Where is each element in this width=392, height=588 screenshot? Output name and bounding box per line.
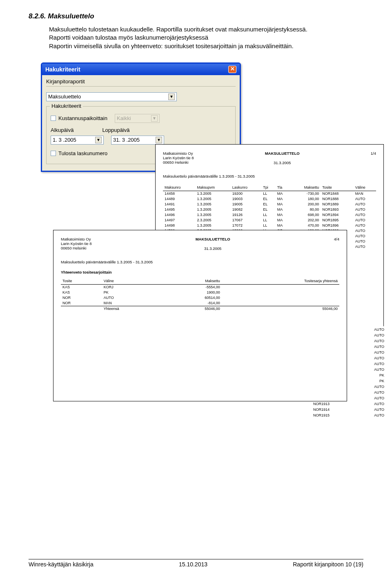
report-page-4: Matkatoimisto Oy Larin Kyöstin tie 8 006… xyxy=(53,230,347,401)
chevron-down-icon[interactable]: ▼ xyxy=(156,137,162,143)
start-date-label: Alkupäivä xyxy=(51,127,74,133)
end-date-label: Loppupäivä xyxy=(102,127,129,133)
cost-centers-checkbox[interactable]: Kustannuspaikoittain xyxy=(51,115,107,121)
chevron-down-icon[interactable]: ▼ xyxy=(168,94,175,100)
screenshot-area: Hakukriteerit ✕ Kirjanpitoraportit Maksu… xyxy=(41,62,363,463)
chevron-down-icon: ▼ xyxy=(151,115,158,122)
page-footer: Winres-käyttäjän käsikirja 15.10.2013 Ra… xyxy=(29,559,363,568)
print-invoice-number-checkbox[interactable]: Tulosta laskunumero xyxy=(51,150,107,156)
close-icon[interactable]: ✕ xyxy=(228,66,236,73)
chevron-down-icon[interactable]: ▼ xyxy=(95,137,102,143)
window-title: Hakukriteerit xyxy=(45,66,80,73)
tab-label: Kirjanpitoraportit xyxy=(46,78,236,85)
cost-center-select: Kaikki ▼ xyxy=(115,114,160,123)
section-heading: 8.2.6. Maksuluettelo xyxy=(29,12,363,20)
report-select[interactable]: Maksuluettelo ▼ xyxy=(46,92,177,101)
body-paragraph: Maksuluettelo tulostetaan kuukaudelle. R… xyxy=(49,25,363,50)
window-titlebar: Hakukriteerit ✕ xyxy=(42,64,240,75)
summary-table: TositeVälineMaksettuTositesarja yhteensä… xyxy=(61,278,339,312)
end-date-input[interactable]: 31. 3 .2005 ▼ xyxy=(111,136,164,145)
start-date-input[interactable]: 1. 3 .2005 ▼ xyxy=(51,136,104,145)
